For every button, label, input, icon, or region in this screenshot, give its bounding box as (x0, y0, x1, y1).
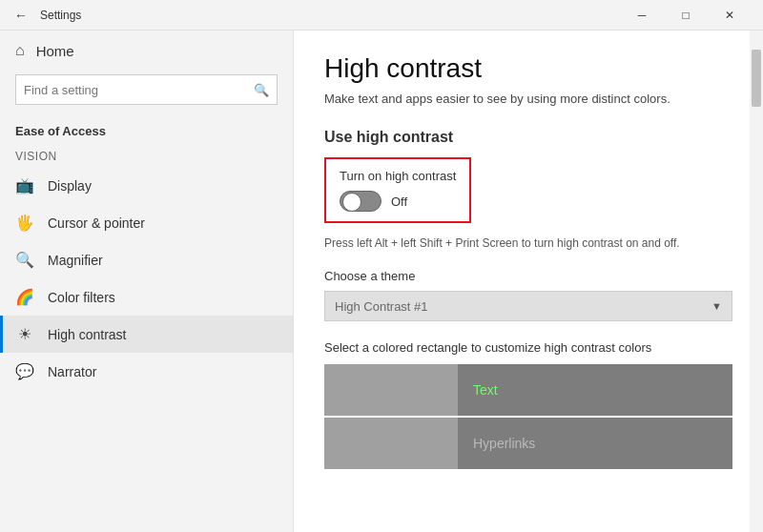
close-button[interactable]: ✕ (708, 0, 752, 31)
sidebar-item-color-filters[interactable]: 🌈 Color filters (0, 278, 293, 316)
sidebar-item-cursor[interactable]: 🖐 Cursor & pointer (0, 204, 293, 241)
home-icon: ⌂ (15, 42, 25, 59)
sidebar-item-display-label: Display (48, 178, 92, 194)
high-contrast-toggle[interactable] (340, 191, 382, 212)
sidebar-home-label: Home (36, 43, 74, 59)
colors-grid: Text Hyperlinks (324, 364, 732, 469)
sidebar-item-display[interactable]: 📺 Display (0, 167, 293, 204)
color-row-text[interactable]: Text (324, 364, 732, 416)
titlebar: ← Settings ─ □ ✕ (0, 0, 763, 31)
choose-theme-label: Choose a theme (324, 269, 732, 283)
sidebar: ⌂ Home 🔍 Ease of Access Vision 📺 Display… (0, 31, 294, 532)
page-subtitle: Make text and apps easier to see by usin… (324, 92, 732, 106)
sidebar-item-narrator-label: Narrator (48, 364, 96, 379)
colors-label: Select a colored rectangle to customize … (324, 340, 732, 355)
sidebar-item-cursor-label: Cursor & pointer (48, 215, 145, 231)
sidebar-item-high-contrast[interactable]: ☀ High contrast (0, 316, 293, 353)
page-title: High contrast (324, 53, 732, 84)
toggle-box: Turn on high contrast Off (324, 157, 471, 223)
use-section-heading: Use high contrast (324, 129, 732, 146)
display-icon: 📺 (15, 176, 34, 194)
sidebar-item-color-filters-label: Color filters (48, 290, 115, 305)
sidebar-search-box[interactable]: 🔍 (15, 74, 278, 105)
text-color-swatch[interactable] (324, 364, 458, 416)
magnifier-icon: 🔍 (15, 251, 34, 269)
color-filters-icon: 🌈 (15, 288, 34, 306)
titlebar-controls: ─ □ ✕ (620, 0, 752, 31)
sidebar-section-title: Ease of Access (0, 116, 293, 142)
dropdown-value: High Contrast #1 (335, 299, 428, 314)
titlebar-title: Settings (40, 9, 620, 22)
toggle-label: Turn on high contrast (340, 169, 456, 183)
color-row-hyperlinks[interactable]: Hyperlinks (324, 418, 732, 469)
cursor-icon: 🖐 (15, 214, 34, 232)
back-button[interactable]: ← (11, 6, 31, 25)
sidebar-item-high-contrast-label: High contrast (48, 327, 126, 342)
scrollbar[interactable] (750, 31, 763, 532)
search-input[interactable] (24, 83, 254, 97)
app-body: ⌂ Home 🔍 Ease of Access Vision 📺 Display… (0, 31, 763, 532)
sidebar-subsection-label: Vision (0, 142, 293, 167)
content-area: High contrast Make text and apps easier … (294, 31, 763, 532)
hyperlinks-color-label: Hyperlinks (458, 418, 732, 469)
hint-text: Press left Alt + left Shift + Print Scre… (324, 236, 732, 250)
chevron-down-icon: ▼ (711, 300, 722, 312)
narrator-icon: 💬 (15, 362, 34, 380)
sidebar-item-magnifier-label: Magnifier (48, 253, 103, 268)
high-contrast-icon: ☀ (15, 325, 34, 343)
sidebar-item-narrator[interactable]: 💬 Narrator (0, 353, 293, 390)
text-color-label: Text (458, 364, 732, 416)
toggle-state-label: Off (391, 194, 407, 209)
theme-dropdown[interactable]: High Contrast #1 ▼ (324, 291, 732, 321)
toggle-row: Off (340, 191, 456, 212)
scroll-thumb[interactable] (752, 50, 761, 107)
sidebar-item-magnifier[interactable]: 🔍 Magnifier (0, 241, 293, 278)
maximize-button[interactable]: □ (664, 0, 708, 31)
sidebar-item-home[interactable]: ⌂ Home (0, 31, 293, 71)
hyperlinks-color-swatch[interactable] (324, 418, 458, 469)
minimize-button[interactable]: ─ (620, 0, 664, 31)
search-icon: 🔍 (254, 83, 269, 97)
